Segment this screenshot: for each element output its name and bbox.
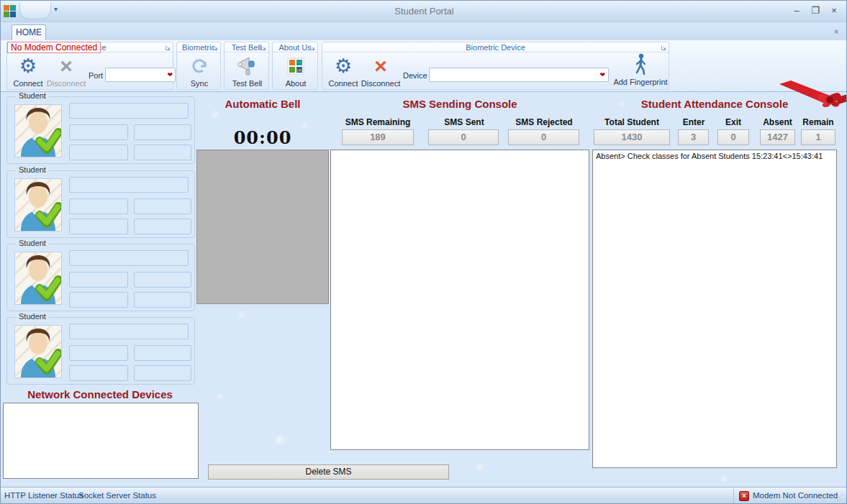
maximize-button[interactable]: ❐: [807, 4, 823, 17]
dialog-launcher-icon[interactable]: [212, 45, 219, 51]
group-caption-text: Biometric: [182, 43, 215, 52]
close-button[interactable]: ×: [826, 4, 842, 17]
socket-server-status: Socket Server Status: [78, 491, 156, 500]
device-disconnect-button[interactable]: × Disconnect: [360, 54, 402, 88]
snowflake-icon: ❄: [211, 109, 219, 120]
student-avatar: [14, 178, 62, 232]
student-avatar: [14, 252, 62, 305]
resize-grip[interactable]: ⋰: [836, 493, 846, 503]
title-bar: ▾ Student Portal – ❐ ×: [1, 1, 847, 22]
device-connect-button[interactable]: ⚙ Connect: [325, 54, 361, 88]
sms-remaining-label: SMS Remaining: [327, 117, 428, 127]
sms-rejected-label: SMS Rejected: [494, 117, 594, 127]
gear-icon: ⚙: [325, 54, 361, 78]
remain-value: 1: [801, 129, 835, 145]
sms-remaining-value: 189: [342, 129, 414, 145]
student-avatar: [14, 104, 62, 157]
minimize-button[interactable]: –: [789, 4, 805, 17]
sync-icon: [181, 54, 218, 78]
student-field[interactable]: [134, 219, 191, 234]
bell-clock: 00:00: [196, 127, 329, 148]
student-name-field[interactable]: [69, 324, 189, 339]
group-caption-test-bell: Test Bell: [225, 42, 268, 52]
snowflake-icon: ❄: [720, 474, 728, 484]
no-modem-connected-alert: No Modem Connected: [7, 42, 101, 53]
snowflake-icon: ❄: [476, 461, 484, 472]
student-field[interactable]: [134, 145, 191, 160]
add-fingerprint-button[interactable]: Add Fingerprint: [613, 52, 668, 86]
ribbon-group-biometric-device: Biometric Device ⚙ Connect × Disconnect …: [322, 42, 669, 90]
disconnect-x-icon: ×: [360, 54, 402, 78]
modem-connect-button[interactable]: ⚙ Connect: [10, 54, 46, 88]
sms-console-title: SMS Sending Console: [330, 98, 589, 110]
sms-queue-list[interactable]: [330, 150, 589, 450]
sms-sent-value: 0: [428, 129, 499, 145]
about-button[interactable]: BAY About: [277, 54, 314, 88]
ribbon-group-biometric: Biometric Sync: [176, 42, 221, 90]
delete-sms-button[interactable]: Delete SMS: [208, 464, 449, 480]
attendance-log-entry: Absent> Check classes for Absent Student…: [593, 150, 836, 162]
button-label: Connect: [325, 79, 361, 88]
student-card: Student: [6, 317, 195, 385]
tab-home[interactable]: HOME: [12, 24, 46, 40]
svg-text:BAY: BAY: [295, 68, 304, 73]
automatic-bell-title: Automatic Bell: [196, 98, 329, 110]
student-field[interactable]: [134, 292, 191, 308]
collapse-ribbon-icon[interactable]: «: [832, 27, 842, 37]
student-field[interactable]: [134, 345, 191, 361]
student-field[interactable]: [134, 365, 191, 381]
modem-error-icon: ×: [739, 491, 749, 501]
dialog-launcher-icon[interactable]: [261, 45, 267, 51]
student-field[interactable]: [69, 345, 128, 361]
student-field[interactable]: [69, 292, 128, 308]
student-card-title: Student: [16, 239, 49, 247]
student-field[interactable]: [69, 272, 128, 288]
button-label: Add Fingerprint: [613, 78, 668, 86]
student-field[interactable]: [134, 124, 191, 140]
student-field[interactable]: [69, 124, 128, 140]
ribbon-tab-row: HOME «: [1, 22, 847, 40]
sync-button[interactable]: Sync: [181, 54, 218, 88]
student-name-field[interactable]: [69, 250, 189, 266]
student-field[interactable]: [134, 272, 191, 288]
dialog-launcher-icon[interactable]: [661, 45, 667, 51]
student-name-field[interactable]: [69, 177, 189, 193]
student-field[interactable]: [69, 145, 128, 160]
dropdown-icon[interactable]: ❤: [599, 72, 605, 78]
total-student-value: 1430: [594, 129, 670, 145]
student-field[interactable]: [69, 219, 128, 234]
ribbon-group-test-bell: Test Bell Test Bell: [224, 42, 269, 90]
app-window: ✻ ❄ ❄ ✻ ❄ ❄ ✻ ❄ ❄ ✻ ❄ ❄ ✻ ❄ ▾ Student Po…: [0, 0, 847, 504]
student-field[interactable]: [134, 198, 191, 214]
device-combobox[interactable]: ❤: [429, 68, 609, 82]
network-devices-list[interactable]: [3, 403, 199, 479]
dialog-launcher-icon[interactable]: [309, 45, 316, 51]
button-label: Disconnect: [46, 79, 86, 88]
port-combobox[interactable]: ❤: [105, 68, 176, 82]
port-label: Port: [89, 71, 103, 80]
modem-disconnect-button[interactable]: × Disconnect: [46, 54, 86, 88]
ribbon: vice No Modem Connected ⚙ Connect × Disc…: [1, 40, 847, 92]
group-caption-about-us: About Us: [273, 42, 317, 52]
button-label: Test Bell: [228, 79, 266, 88]
group-caption-text: About Us: [278, 43, 311, 52]
student-field[interactable]: [69, 198, 128, 214]
dropdown-icon[interactable]: ❤: [167, 72, 173, 78]
walking-person-icon: [613, 52, 668, 77]
http-listener-status: HTTP Listener Status: [4, 491, 83, 500]
company-logo-icon: BAY: [277, 54, 314, 78]
student-card-title: Student: [16, 165, 49, 174]
snowflake-icon: ❄: [274, 432, 285, 448]
snowflake-icon: ✻: [217, 393, 222, 400]
gear-icon: ⚙: [10, 54, 46, 78]
ribbon-group-about-us: About Us BAY About: [272, 42, 318, 90]
network-devices-title: Network Connected Devices: [1, 388, 199, 400]
test-bell-button[interactable]: Test Bell: [228, 54, 266, 88]
dialog-launcher-icon[interactable]: [165, 45, 171, 51]
attendance-log-list[interactable]: Absent> Check classes for Absent Student…: [592, 150, 837, 468]
remain-label: Remain: [800, 117, 837, 127]
student-field[interactable]: [69, 365, 128, 381]
ribbon-bow-decoration: [779, 78, 847, 109]
absent-label: Absent: [758, 117, 797, 127]
student-name-field[interactable]: [69, 103, 189, 119]
